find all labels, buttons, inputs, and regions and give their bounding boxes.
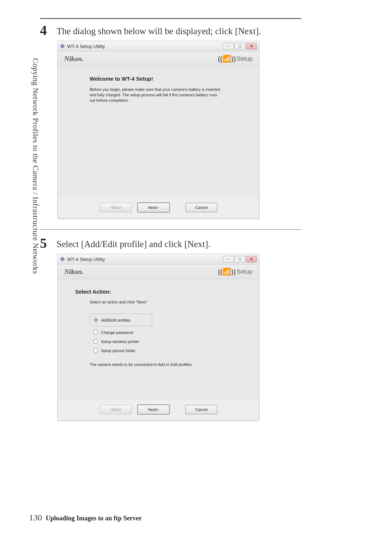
radio-setup-wireless-printer[interactable]: Setup wireless printer <box>90 337 250 346</box>
window-title: WT-4 Setup Utility <box>67 44 221 49</box>
radio-label: Add/Edit profiles <box>101 318 130 322</box>
maximize-button[interactable]: ▢ <box>234 43 245 49</box>
step-4: 4 The dialog shown below will be display… <box>40 23 301 37</box>
page-number: 130 <box>29 513 42 523</box>
button-row: <Back Next> Cancel <box>58 198 259 219</box>
radio-change-password[interactable]: Change password <box>90 328 250 337</box>
radio-icon <box>93 339 98 344</box>
step-5: 5 Select [Add/Edit profile] and click [N… <box>40 236 301 250</box>
button-row: <Back Next> Cancel <box>58 400 259 421</box>
radio-icon <box>93 330 98 335</box>
next-button[interactable]: Next> <box>138 405 170 414</box>
svg-point-0 <box>61 44 64 48</box>
dialog-note: The camera needs to be connected to Add … <box>90 362 250 367</box>
next-button[interactable]: Next> <box>138 203 170 212</box>
page-footer: 130 Uploading Images to an ftp Server <box>29 513 142 523</box>
minimize-button[interactable]: — <box>223 256 234 262</box>
setup-logo: ((📶)) Setup <box>218 55 253 63</box>
radio-add-edit-profiles[interactable]: Add/Edit profiles <box>94 318 148 322</box>
cancel-button[interactable]: Cancel <box>185 405 217 414</box>
side-running-head: Copying Network Profiles to the Camera /… <box>31 58 40 274</box>
close-button[interactable]: ✕ <box>246 256 257 262</box>
footer-title: Uploading Images to an ftp Server <box>46 515 142 522</box>
cancel-button[interactable]: Cancel <box>185 203 217 212</box>
step-text-5: Select [Add/Edit profile] and click [Nex… <box>57 236 210 250</box>
antenna-icon: ((📶)) <box>218 267 236 276</box>
radio-icon <box>94 318 98 322</box>
back-button: <Back <box>100 203 132 212</box>
setup-label: Setup <box>237 268 253 275</box>
setup-logo: ((📶)) Setup <box>218 267 253 276</box>
window-controls: — ▢ ✕ <box>223 256 257 262</box>
back-button: <Back <box>100 405 132 414</box>
dialog-heading: Welcome to WT-4 Setup! <box>90 76 250 82</box>
maximize-button[interactable]: ▢ <box>234 256 245 262</box>
radio-label: Setup wireless printer <box>101 339 139 344</box>
app-icon <box>60 257 65 262</box>
radio-selected-frame: Add/Edit profiles <box>90 314 152 326</box>
svg-point-1 <box>61 257 64 261</box>
brand-logo: Nikon. <box>64 268 83 276</box>
radio-label: Change password <box>101 330 133 335</box>
window-controls: — ▢ ✕ <box>223 43 257 49</box>
step-text-4: The dialog shown below will be displayed… <box>57 23 261 37</box>
close-button[interactable]: ✕ <box>246 43 257 49</box>
titlebar: WT-4 Setup Utility — ▢ ✕ <box>58 254 259 265</box>
step-number-5: 5 <box>40 236 50 250</box>
dialog-body: Before you begin, please make sure that … <box>90 87 220 103</box>
minimize-button[interactable]: — <box>223 43 234 49</box>
dialog-subheading: Select an action and click "Next." <box>90 300 250 304</box>
dialog-heading: Select Action: <box>75 289 250 295</box>
brand-logo: Nikon. <box>64 55 83 63</box>
titlebar: WT-4 Setup Utility — ▢ ✕ <box>58 41 259 52</box>
setup-label: Setup <box>237 55 253 63</box>
window-title: WT-4 Setup Utility <box>67 257 221 262</box>
antenna-icon: ((📶)) <box>218 55 236 63</box>
app-icon <box>60 44 65 49</box>
radio-icon <box>93 348 98 353</box>
radio-label: Setup picture folder <box>101 348 135 353</box>
dialog-select-action: WT-4 Setup Utility — ▢ ✕ Nikon. ((📶)) Se… <box>57 254 260 421</box>
step-number-4: 4 <box>40 23 50 37</box>
radio-setup-picture-folder[interactable]: Setup picture folder <box>90 346 250 355</box>
dialog-welcome: WT-4 Setup Utility — ▢ ✕ Nikon. ((📶)) Se… <box>57 41 260 219</box>
